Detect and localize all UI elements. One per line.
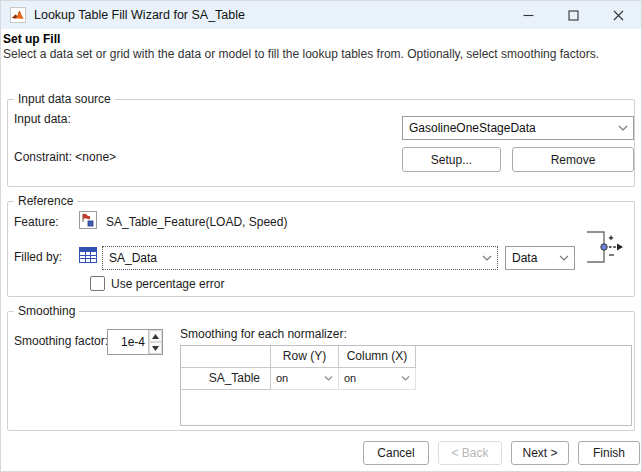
close-icon [613, 10, 624, 21]
filled-by-value: SA_Data [103, 251, 477, 265]
fill-type-dropdown[interactable]: Data [505, 246, 575, 270]
chevron-down-icon [324, 376, 333, 381]
feature-icon [79, 211, 97, 229]
lookup-table-fill-wizard-window: Lookup Table Fill Wizard for SA_Table Se… [0, 0, 642, 472]
titlebar: Lookup Table Fill Wizard for SA_Table [1, 1, 641, 29]
chevron-down-icon [477, 255, 497, 261]
cancel-button[interactable]: Cancel [363, 441, 429, 465]
chevron-down-icon [554, 255, 574, 261]
table-header-row-y: Row (Y) [271, 346, 339, 368]
feature-label: Feature: [14, 215, 59, 229]
finish-button[interactable]: Finish [578, 441, 640, 465]
triangle-up-icon [152, 334, 159, 339]
minimize-button[interactable] [506, 1, 551, 29]
use-percentage-error-label: Use percentage error [111, 277, 224, 291]
input-data-source-group-label: Input data source [14, 92, 115, 106]
maximize-icon [568, 10, 579, 21]
chevron-down-icon [401, 376, 410, 381]
column-x-smoothing-value: on [344, 368, 356, 389]
page-description: Select a data set or grid with the data … [3, 47, 599, 61]
feature-value: SA_Table_Feature(LOAD, Speed) [106, 215, 287, 229]
use-percentage-error-checkbox[interactable] [90, 276, 105, 291]
chevron-down-icon [613, 125, 633, 131]
page-title: Set up Fill [3, 32, 60, 46]
table-header-column-x: Column (X) [339, 346, 416, 368]
window-title: Lookup Table Fill Wizard for SA_Table [34, 8, 245, 22]
input-data-dropdown[interactable]: GasolineOneStageData [402, 116, 634, 140]
filled-by-dropdown[interactable]: SA_Data [102, 246, 498, 270]
setup-button[interactable]: Setup... [402, 147, 501, 172]
normalizer-smoothing-label: Smoothing for each normalizer: [180, 327, 347, 341]
window-controls [506, 1, 641, 29]
smoothing-factor-input[interactable] [108, 330, 148, 354]
fill-link-icon [584, 220, 628, 272]
maximize-button[interactable] [551, 1, 596, 29]
smoothing-group: Smoothing Smoothing factor: Smoothing fo… [7, 311, 635, 431]
spinner-up-button[interactable] [149, 330, 162, 342]
smoothing-factor-label: Smoothing factor: [14, 334, 108, 348]
table-icon [79, 247, 97, 263]
input-data-value: GasolineOneStageData [403, 121, 613, 135]
matlab-app-icon [10, 7, 26, 23]
normalizer-smoothing-table: Row (Y) Column (X) SA_Table on on [180, 345, 632, 426]
minimize-icon [523, 10, 534, 21]
table-corner-cell [181, 346, 271, 368]
next-button[interactable]: Next > [511, 441, 569, 465]
smoothing-factor-spinner [107, 329, 163, 355]
spinner-buttons [148, 330, 162, 354]
row-y-smoothing-value: on [276, 368, 288, 389]
reference-group-label: Reference [14, 194, 77, 208]
back-button[interactable]: < Back [438, 441, 502, 465]
remove-button[interactable]: Remove [512, 147, 634, 172]
spinner-down-button[interactable] [149, 342, 162, 354]
row-y-smoothing-dropdown[interactable]: on [271, 368, 339, 390]
input-data-source-group: Input data source Input data: GasolineOn… [7, 99, 635, 187]
smoothing-group-label: Smoothing [14, 304, 79, 318]
close-button[interactable] [596, 1, 641, 29]
fill-type-value: Data [506, 251, 554, 265]
table-row: SA_Table on on [181, 368, 631, 390]
table-row-name: SA_Table [181, 368, 271, 390]
reference-group: Reference Feature: SA_Table_Feature(LOAD… [7, 201, 635, 297]
constraint-label: Constraint: <none> [14, 150, 116, 164]
filled-by-label: Filled by: [14, 250, 62, 264]
triangle-down-icon [152, 346, 159, 351]
column-x-smoothing-dropdown[interactable]: on [339, 368, 416, 390]
input-data-label: Input data: [14, 112, 71, 126]
table-header-row: Row (Y) Column (X) [181, 346, 631, 368]
